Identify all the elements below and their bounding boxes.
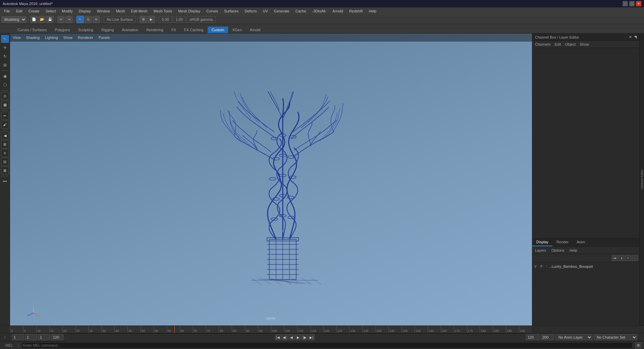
channel-box-close-btn[interactable]: ✕: [629, 35, 632, 39]
timeline-ruler[interactable]: 0510152025303540455055606570758085909510…: [10, 326, 532, 333]
renderer-menu[interactable]: Renderer: [78, 36, 93, 40]
workspace-tab-polygons[interactable]: Polygons: [51, 27, 74, 33]
close-button[interactable]: ✕: [636, 1, 641, 6]
display-tab[interactable]: Display: [532, 239, 552, 246]
attribute-editor-strip[interactable]: Attribute Editor: [639, 34, 644, 326]
channel-box-float-btn[interactable]: ◥: [634, 35, 637, 39]
menu-item-display[interactable]: Display: [76, 8, 94, 14]
workspace-tab-fx[interactable]: FX: [167, 27, 180, 33]
workspace-tab-curves-surfaces[interactable]: Curves / Surfaces: [13, 27, 51, 33]
render-view-button[interactable]: ▶: [148, 16, 155, 23]
menu-item-mesh[interactable]: Mesh: [113, 8, 128, 14]
view-menu[interactable]: View: [13, 36, 21, 40]
anim-tab[interactable]: Anim: [573, 239, 589, 246]
start-frame-2-input[interactable]: [38, 334, 50, 340]
workspace-tab-custom[interactable]: Custom: [208, 27, 228, 33]
anim-layer-dropdown[interactable]: No Anim Layer: [555, 334, 592, 340]
menu-item-create[interactable]: Create: [26, 8, 42, 14]
new-file-button[interactable]: 📄: [30, 16, 38, 23]
undo-button[interactable]: ↩: [57, 16, 65, 23]
workspace-tab-arnold[interactable]: Arnold: [246, 27, 265, 33]
anim-group-button[interactable]: ◀: [1, 132, 9, 140]
menu-item-edit[interactable]: Edit: [13, 8, 25, 14]
menu-item-edit-mesh[interactable]: Edit Mesh: [128, 8, 150, 14]
menu-item-generate[interactable]: Generate: [271, 8, 292, 14]
menu-item-surfaces[interactable]: Surfaces: [221, 8, 241, 14]
menu-item-file[interactable]: File: [1, 8, 13, 14]
lasso-tool-button[interactable]: ⬡: [1, 81, 9, 89]
workspace-tab-xgen[interactable]: XGen: [228, 27, 246, 33]
more-button[interactable]: •••: [1, 178, 9, 186]
time-group-button[interactable]: ⊞: [1, 140, 9, 148]
character-set-dropdown[interactable]: No Character Set: [594, 334, 637, 340]
step-forward-button[interactable]: |▶: [302, 334, 308, 340]
layer-add-btn[interactable]: +: [625, 255, 631, 261]
menu-item-mesh-tools[interactable]: Mesh Tools: [151, 8, 175, 14]
select-mode-button[interactable]: ↖: [1, 35, 9, 43]
current-frame-input[interactable]: [12, 334, 24, 340]
layer-visibility[interactable]: V: [534, 265, 539, 268]
layer-remove-btn[interactable]: -: [632, 255, 638, 261]
redo-button[interactable]: ↪: [65, 16, 73, 23]
play-back-button[interactable]: ◀: [288, 334, 294, 340]
menu-item--3dtoall-[interactable]: -3DtoAll-: [310, 8, 329, 14]
layer-row[interactable]: V P / ...Lucky_Bamboo_Bouquet: [533, 263, 639, 270]
lasso-select-button[interactable]: ⊙: [85, 16, 92, 23]
play-forward-button[interactable]: ▶: [295, 334, 301, 340]
scale-tool-button[interactable]: ⊞: [1, 61, 9, 69]
menu-item-redshift[interactable]: Redshift: [346, 8, 365, 14]
go-to-start-button[interactable]: |◀: [275, 334, 281, 340]
lighting-menu[interactable]: Lighting: [45, 36, 58, 40]
workspace-tab-rigging[interactable]: Rigging: [97, 27, 118, 33]
menu-item-uv[interactable]: UV: [260, 8, 271, 14]
channels-menu-item[interactable]: Channels: [535, 42, 550, 46]
menu-item-deform[interactable]: Deform: [242, 8, 259, 14]
layers-menu-item[interactable]: Layers: [535, 248, 546, 252]
misc-group-button[interactable]: ≡: [1, 149, 9, 157]
menu-item-arnold[interactable]: Arnold: [330, 8, 346, 14]
menu-item-select[interactable]: Select: [43, 8, 59, 14]
workspace-tab-animation[interactable]: Animation: [118, 27, 142, 33]
end-frame-input[interactable]: [51, 334, 63, 340]
object-menu-item[interactable]: Object: [565, 42, 576, 46]
playhead[interactable]: [174, 326, 175, 333]
soft-select-button[interactable]: ◉: [1, 72, 9, 80]
go-to-end-button[interactable]: ▶|: [309, 334, 315, 340]
minimize-button[interactable]: –: [623, 1, 628, 6]
timeline-start-input[interactable]: [526, 334, 539, 340]
misc2-group-button[interactable]: ⊟: [1, 158, 9, 166]
menu-item-curves[interactable]: Curves: [204, 8, 221, 14]
timeline-end-input[interactable]: [541, 334, 554, 340]
timeline-ruler-area[interactable]: 0510152025303540455055606570758085909510…: [0, 326, 644, 333]
edit-menu-item[interactable]: Edit: [554, 42, 561, 46]
menu-item-window[interactable]: Window: [94, 8, 113, 14]
open-file-button[interactable]: 📂: [38, 16, 46, 23]
snap-group-button[interactable]: ⊙: [1, 92, 9, 100]
mode-dropdown[interactable]: Modeling: [1, 16, 26, 23]
rotate-tool-button[interactable]: ↻: [1, 52, 9, 60]
shading-menu[interactable]: Shading: [26, 36, 40, 40]
step-back-button[interactable]: ◀|: [282, 334, 288, 340]
sculpt-group-button[interactable]: ✏: [1, 112, 9, 120]
script-editor-button[interactable]: ⊞: [635, 342, 641, 348]
viewport[interactable]: View Shading Lighting Show Renderer Pane…: [10, 34, 532, 326]
attr-editor-label[interactable]: Attribute Editor: [640, 169, 644, 190]
render-settings-button[interactable]: ⚙: [140, 16, 147, 23]
layer-prev-btn[interactable]: ⏴: [619, 255, 625, 261]
layer-playback[interactable]: P: [540, 265, 545, 268]
menu-item-cache[interactable]: Cache: [293, 8, 309, 14]
save-file-button[interactable]: 💾: [46, 16, 54, 23]
menu-item-mesh-display[interactable]: Mesh Display: [175, 8, 203, 14]
workspace-tab-rendering[interactable]: Rendering: [142, 27, 167, 33]
menu-item-modify[interactable]: Modify: [59, 8, 75, 14]
select-tool-button[interactable]: ↖: [76, 16, 84, 23]
command-input[interactable]: [21, 342, 633, 348]
layer-rewind-btn[interactable]: ⏮: [612, 255, 618, 261]
workspace-tab-fx-caching[interactable]: FX Caching: [180, 27, 207, 33]
paint-group-button[interactable]: 🖌: [1, 120, 9, 129]
show-menu[interactable]: Show: [63, 36, 73, 40]
start-frame-input[interactable]: [25, 334, 37, 340]
show-menu-item[interactable]: Show: [580, 42, 589, 46]
workspace-tab-sculpting[interactable]: Sculpting: [74, 27, 97, 33]
help-menu-item[interactable]: Help: [570, 248, 577, 252]
